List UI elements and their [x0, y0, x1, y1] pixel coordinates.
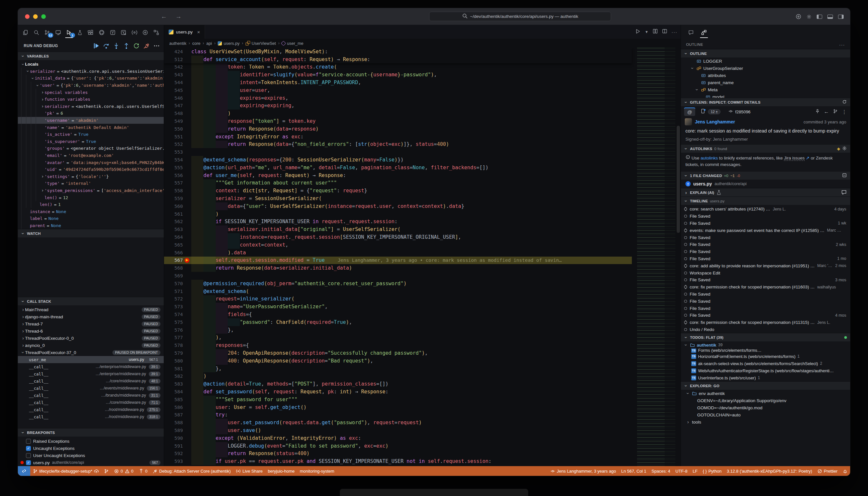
- code-line[interactable]: 572 request=inline_serializer(: [164, 295, 632, 303]
- run-python-file-icon[interactable]: [635, 29, 640, 35]
- code-line[interactable]: 588 user.set_password(request.data.get("…: [164, 419, 632, 427]
- gitlens-icon[interactable]: [108, 27, 118, 38]
- breakpoint-checkbox[interactable]: [26, 453, 31, 458]
- variable-row[interactable]: ›'user'={'pk': 6, 'username': 'akadmin',…: [18, 82, 164, 89]
- variable-row[interactable]: ›'uid'='49d24724dfa590b20fb5961e9c6673cd…: [18, 166, 164, 173]
- outline-item[interactable]: ›Meta: [681, 86, 850, 93]
- todos-item[interactable]: TSHorizontalFormElement.ts (web/src/elem…: [681, 353, 850, 360]
- variable-row[interactable]: ›'email'='root@example.com': [18, 152, 164, 159]
- code-line[interactable]: 577 ),: [164, 334, 632, 341]
- code-line[interactable]: 561 ): [164, 210, 632, 218]
- line-number[interactable]: 575: [164, 320, 183, 325]
- toggle-secondary-sidebar-icon[interactable]: [838, 15, 843, 19]
- variable-row[interactable]: ›'pk'=6: [18, 110, 164, 117]
- code-line[interactable]: 580 400: OpenApiResponse(description="Ba…: [164, 357, 632, 365]
- variable-row[interactable]: ›Locals: [18, 61, 164, 68]
- call-stack-frame[interactable]: __call__…/core/middleware.py71:1: [18, 399, 164, 406]
- line-number[interactable]: 551: [164, 134, 183, 139]
- line-number[interactable]: 569: [164, 273, 183, 278]
- call-stack-thread[interactable]: ›django-main-threadPAUSED: [18, 313, 164, 320]
- status-blame[interactable]: Jens Langhammer, 3 years ago: [548, 466, 619, 476]
- update-icon[interactable]: [795, 14, 802, 19]
- line-number[interactable]: 588: [164, 420, 183, 425]
- code-line[interactable]: 544 intent=TokenIntents.INTENT_APP_PASSW…: [164, 79, 632, 87]
- code-line[interactable]: 579 204: OpenApiResponse(description="Su…: [164, 349, 632, 357]
- line-number[interactable]: 568: [164, 265, 183, 270]
- todos-section-header[interactable]: ›TODOS: FLAT (39): [681, 333, 850, 341]
- status-interpreter[interactable]: 3.12.8 ('authentik-xEAhpGPh-py3.12': Poe…: [724, 466, 815, 476]
- line-number[interactable]: 542: [164, 64, 183, 69]
- call-stack-section-header[interactable]: ›CALL STACK: [18, 297, 164, 305]
- code-line[interactable]: 560 data={"user": UserSelfSerializer(ins…: [164, 202, 632, 210]
- code-line[interactable]: 584 def set_password(self, request: Requ…: [164, 388, 632, 396]
- variable-row[interactable]: ›initial_data={'user': {'pk': 6, 'userna…: [18, 75, 164, 82]
- timeline-section-header[interactable]: ›TIMELINE users.py: [681, 197, 850, 205]
- variable-row[interactable]: ›serializer=<authentik.core.api.users.Us…: [18, 103, 164, 110]
- timeline-item[interactable]: core: add ability to provide reason for …: [681, 262, 850, 269]
- code-line[interactable]: 589 user.save(): [164, 427, 632, 434]
- line-number[interactable]: 577: [164, 335, 183, 340]
- code-line[interactable]: 591 LOGGER.debug(event="Failed to set pa…: [164, 442, 632, 450]
- code-line[interactable]: 566 ).data: [164, 249, 632, 257]
- call-stack-frame[interactable]: __call__…/enterprise/middleware.py39:1: [18, 370, 164, 377]
- minimap[interactable]: [637, 48, 676, 466]
- breadcrumb-item[interactable]: authentik: [169, 41, 186, 46]
- step-out-icon[interactable]: [122, 42, 130, 50]
- code-line[interactable]: 578 responses={: [164, 341, 632, 349]
- history-forward-icon[interactable]: →: [175, 13, 182, 20]
- extensions-icon[interactable]: [86, 27, 96, 38]
- timeline-item[interactable]: File Saved: [681, 291, 850, 298]
- code-line[interactable]: 552 return Response(data={"non_field_err…: [164, 141, 632, 149]
- code-line[interactable]: 567 self.request.session.modified = True…: [164, 257, 632, 264]
- line-number[interactable]: 583: [164, 381, 183, 387]
- line-number[interactable]: 573: [164, 304, 183, 309]
- status-remote-indicator[interactable]: [18, 466, 30, 476]
- restart-icon[interactable]: [132, 42, 140, 50]
- variable-row[interactable]: ›'system_permissions'=['access_admin_int…: [18, 187, 164, 194]
- toggle-panel-icon[interactable]: [827, 15, 833, 19]
- code-line[interactable]: 564 instance=request._request.session[SE…: [164, 233, 632, 241]
- code-line[interactable]: 562 if SESSION_KEY_IMPERSONATE_USER in r…: [164, 218, 632, 226]
- variable-row[interactable]: ›special variables: [18, 89, 164, 96]
- code-line[interactable]: 555 @action(url_path="me", url_name="me"…: [164, 164, 632, 171]
- timeline-item[interactable]: File Saved: [681, 305, 850, 312]
- status-encoding[interactable]: UTF-8: [673, 466, 690, 476]
- line-number[interactable]: 574: [164, 312, 183, 317]
- code-line[interactable]: 558 context: dict[str, Request] = {"requ…: [164, 187, 632, 195]
- editor-scrollbar[interactable]: [676, 48, 681, 466]
- outline-section-header[interactable]: ›OUTLINE: [681, 49, 850, 58]
- line-number[interactable]: 590: [164, 436, 183, 441]
- split-editor-icon[interactable]: [662, 29, 667, 35]
- refresh-icon[interactable]: [842, 99, 847, 105]
- remote-explorer-icon[interactable]: [53, 27, 63, 38]
- variable-row[interactable]: ›instance=None: [18, 208, 164, 215]
- line-number[interactable]: 578: [164, 343, 183, 348]
- line-number[interactable]: 546: [164, 95, 183, 101]
- line-number[interactable]: 544: [164, 80, 183, 85]
- code-line[interactable]: 575 "password": CharField(required=True)…: [164, 318, 632, 326]
- graph-icon[interactable]: [833, 109, 838, 115]
- commit-files-tab[interactable]: 12 ±: [698, 108, 723, 116]
- todos-item[interactable]: TSForms (web/src/elements/forms…: [681, 348, 850, 353]
- run-dropdown-icon[interactable]: ▼: [645, 30, 648, 34]
- breadcrumb-item[interactable]: users.py: [218, 41, 239, 46]
- comments-view-icon[interactable]: [686, 27, 696, 38]
- testing-icon[interactable]: [75, 27, 85, 38]
- timeline-item[interactable]: File Saved: [681, 213, 850, 220]
- line-number[interactable]: 547: [164, 103, 183, 108]
- breadcrumb-item[interactable]: core: [192, 41, 200, 46]
- code-line[interactable]: 546 expires=expires,: [164, 94, 632, 102]
- timeline-item[interactable]: File Saved2 wks: [681, 241, 850, 248]
- code-line[interactable]: 559 serializer = SessionUserSerializer(: [164, 195, 632, 202]
- call-stack-thread[interactable]: ›MainThreadPAUSED: [18, 306, 164, 313]
- code-line[interactable]: 424class UserViewSet(UsedByMixin, ModelV…: [164, 48, 632, 56]
- commit-message[interactable]: core: mark session as modified instead o…: [681, 126, 850, 135]
- line-number[interactable]: 561: [164, 212, 183, 217]
- code-line[interactable]: 582 ): [164, 372, 632, 380]
- code-line[interactable]: 563 serializer.initial_data["original"] …: [164, 226, 632, 233]
- status-git-graph[interactable]: [102, 466, 111, 476]
- line-number[interactable]: 585: [164, 397, 183, 402]
- line-number[interactable]: 558: [164, 188, 183, 193]
- code-editor[interactable]: 424class UserViewSet(UsedByMixin, ModelV…: [164, 48, 681, 466]
- line-number[interactable]: 555: [164, 165, 183, 170]
